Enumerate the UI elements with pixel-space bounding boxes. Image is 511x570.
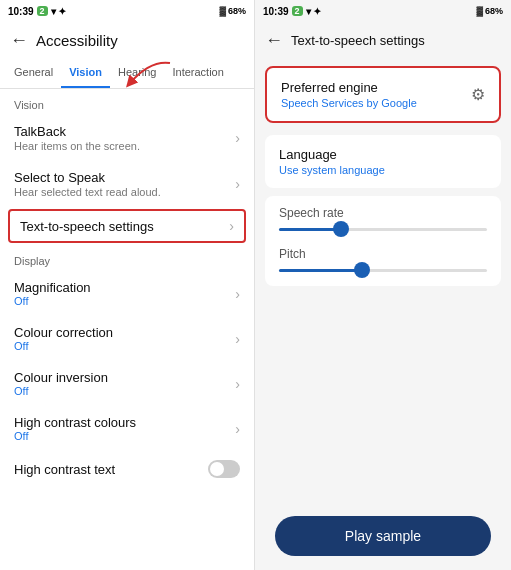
- tab-hearing[interactable]: Hearing: [110, 58, 165, 88]
- high-contrast-text-item[interactable]: High contrast text: [0, 451, 254, 487]
- language-sub: Use system language: [279, 164, 487, 176]
- colour-inversion-title: Colour inversion: [14, 370, 235, 385]
- talkback-title: TalkBack: [14, 124, 235, 139]
- tts-settings-item[interactable]: Text-to-speech settings ›: [8, 209, 246, 243]
- back-button-right[interactable]: ←: [265, 30, 283, 51]
- battery-pct-right: 68%: [485, 6, 503, 16]
- tab-general[interactable]: General: [6, 58, 61, 88]
- colour-inversion-item[interactable]: Colour inversion Off ›: [0, 361, 254, 406]
- colour-correction-status: Off: [14, 340, 235, 352]
- tab-vision[interactable]: Vision: [61, 58, 110, 88]
- notification-badge-left: 2: [37, 6, 48, 16]
- speech-rate-thumb[interactable]: [333, 221, 349, 237]
- pitch-track[interactable]: [279, 269, 487, 272]
- status-right: ▓ 68%: [219, 6, 246, 16]
- signal-icon-right: ▾ ✦: [306, 6, 322, 17]
- play-sample-button[interactable]: Play sample: [275, 516, 491, 556]
- select-speak-sub: Hear selected text read aloud.: [14, 186, 235, 198]
- chevron-icon: ›: [235, 286, 240, 302]
- chevron-icon: ›: [235, 331, 240, 347]
- top-bar-left: ← Accessibility: [0, 22, 254, 58]
- select-to-speak-item[interactable]: Select to Speak Hear selected text read …: [0, 161, 254, 207]
- talkback-sub: Hear items on the screen.: [14, 140, 235, 152]
- hcc-status: Off: [14, 430, 235, 442]
- colour-correction-title: Colour correction: [14, 325, 235, 340]
- colour-correction-item[interactable]: Colour correction Off ›: [0, 316, 254, 361]
- speech-rate-fill: [279, 228, 341, 231]
- chevron-icon: ›: [235, 176, 240, 192]
- battery-icon: ▓: [219, 6, 226, 16]
- page-title-left: Accessibility: [36, 32, 118, 49]
- pitch-fill: [279, 269, 362, 272]
- page-title-right: Text-to-speech settings: [291, 33, 425, 48]
- top-bar-right: ← Text-to-speech settings: [255, 22, 511, 58]
- preferred-engine-row[interactable]: Preferred engine Speech Services by Goog…: [267, 68, 499, 121]
- colour-inversion-status: Off: [14, 385, 235, 397]
- tts-settings-title: Text-to-speech settings: [20, 219, 229, 234]
- battery-pct-left: 68%: [228, 6, 246, 16]
- display-section-label: Display: [0, 245, 254, 271]
- pitch-thumb[interactable]: [354, 262, 370, 278]
- high-contrast-colours-item[interactable]: High contrast colours Off ›: [0, 406, 254, 451]
- chevron-icon: ›: [235, 130, 240, 146]
- hct-toggle[interactable]: [208, 460, 240, 478]
- preferred-engine-card[interactable]: Preferred engine Speech Services by Goog…: [265, 66, 501, 123]
- notification-badge-right: 2: [292, 6, 303, 16]
- preferred-engine-title: Preferred engine: [281, 80, 471, 95]
- speech-rate-track[interactable]: [279, 228, 487, 231]
- talkback-item[interactable]: TalkBack Hear items on the screen. ›: [0, 115, 254, 161]
- gear-icon[interactable]: ⚙: [471, 85, 485, 104]
- magnification-status: Off: [14, 295, 235, 307]
- hcc-title: High contrast colours: [14, 415, 235, 430]
- sliders-card: Speech rate Pitch: [265, 196, 501, 286]
- time-right: 10:39: [263, 6, 289, 17]
- signal-icon: ▾ ✦: [51, 6, 67, 17]
- language-row[interactable]: Language Use system language: [265, 135, 501, 188]
- language-card[interactable]: Language Use system language: [265, 135, 501, 188]
- back-button-left[interactable]: ←: [10, 30, 28, 51]
- status-bar-left: 10:39 2 ▾ ✦ ▓ 68%: [0, 0, 254, 22]
- chevron-icon: ›: [235, 376, 240, 392]
- preferred-engine-sub: Speech Services by Google: [281, 97, 471, 109]
- pitch-label: Pitch: [279, 247, 487, 261]
- language-title: Language: [279, 147, 487, 162]
- speech-rate-label: Speech rate: [279, 206, 487, 220]
- hct-title: High contrast text: [14, 462, 208, 477]
- magnification-title: Magnification: [14, 280, 235, 295]
- chevron-icon: ›: [235, 421, 240, 437]
- select-speak-title: Select to Speak: [14, 170, 235, 185]
- tabs-bar: General Vision Hearing Interaction: [0, 58, 254, 89]
- play-button-container: Play sample: [255, 502, 511, 570]
- status-bar-right: 10:39 2 ▾ ✦ ▓ 68%: [255, 0, 511, 22]
- vision-section-label: Vision: [0, 89, 254, 115]
- magnification-item[interactable]: Magnification Off ›: [0, 271, 254, 316]
- battery-icon-right: ▓: [476, 6, 483, 16]
- time-left: 10:39: [8, 6, 34, 17]
- right-panel: 10:39 2 ▾ ✦ ▓ 68% ← Text-to-speech setti…: [255, 0, 511, 570]
- status-left: 10:39 2 ▾ ✦: [8, 6, 66, 17]
- chevron-icon: ›: [229, 218, 234, 234]
- tab-interaction[interactable]: Interaction: [164, 58, 231, 88]
